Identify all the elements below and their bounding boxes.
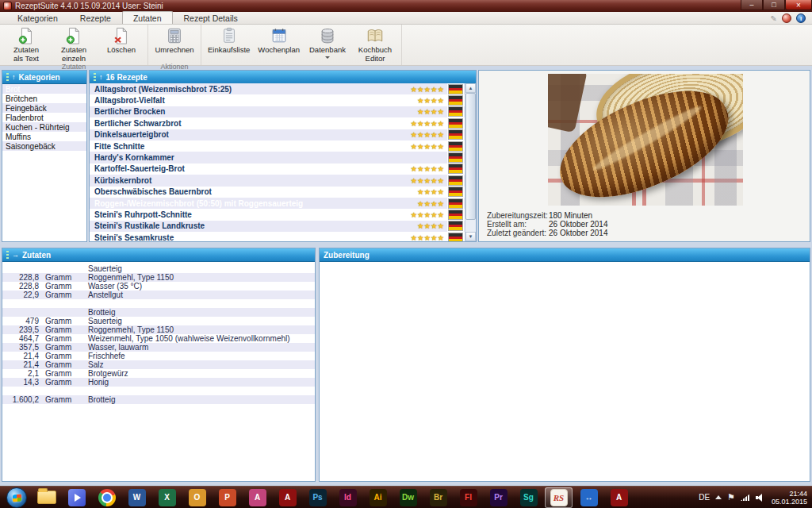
taskbar-rezeptsuite-icon[interactable]: RS	[545, 487, 573, 508]
zutaten-als-text-button[interactable]: Zutaten als Text	[2, 26, 50, 63]
detail-row: Zubereitungszeit: 180 Minuten	[487, 211, 608, 220]
taskbar-media-player-icon[interactable]	[63, 487, 90, 508]
taskbar-start-button[interactable]	[2, 487, 30, 508]
taskbar-excel-icon[interactable]: X	[153, 487, 181, 508]
categories-header[interactable]: ↑ Kategorien	[2, 71, 86, 84]
category-item[interactable]: Kuchen - Rührteig	[2, 122, 86, 132]
Roggen-/Weizenmischbrot (50:50) mit Roggensauerteig[interactable]: Roggen-/Weizenmischbrot (50:50) mit Rogg…	[90, 198, 465, 209]
tab-rezepte[interactable]: Rezepte	[69, 11, 122, 24]
taskbar-teamviewer-icon[interactable]: ↔	[575, 487, 603, 508]
volume-icon[interactable]	[756, 493, 766, 502]
Kürbiskernbrot[interactable]: Kürbiskernbrot ★★★★★	[90, 175, 465, 186]
Wasser, lauwarm[interactable]: 357,5 Gramm Wasser, lauwarm	[2, 343, 315, 352]
taskbar-clock[interactable]: 21:44 05.01.2015	[772, 490, 807, 506]
Sauerteig[interactable]: Sauerteig	[2, 264, 315, 273]
Anstellgut[interactable]: 22,9 Gramm Anstellgut	[2, 291, 315, 299]
info-icon[interactable]	[796, 13, 806, 23]
category-item[interactable]: Feingebäck	[2, 103, 86, 113]
Fitte Schnitte[interactable]: Fitte Schnitte ★★★★★	[90, 140, 465, 152]
Bertlicher Schwarzbrot[interactable]: Bertlicher Schwarzbrot ★★★★★	[90, 117, 465, 129]
ingredients-header[interactable]: → Zutaten	[2, 248, 315, 262]
Alltagsbrot (Weizenmischbrot 75:25)[interactable]: Alltagsbrot (Weizenmischbrot 75:25) ★★★★…	[90, 83, 465, 94]
style-icon[interactable]	[782, 13, 791, 23]
taskbar-explorer-icon[interactable]	[33, 487, 60, 508]
show-hidden-icons[interactable]	[715, 492, 722, 499]
Steini's Rustikale Landkruste[interactable]: Steini's Rustikale Landkruste ★★★★	[90, 221, 465, 232]
dropdown-arrow-icon	[325, 56, 330, 61]
taskbar-photoshop-icon[interactable]: Ps	[304, 487, 331, 508]
tab-kategorien[interactable]: Kategorien	[6, 11, 69, 24]
category-item[interactable]: Muffins	[2, 132, 86, 141]
zutaten-einzeln-button[interactable]: Zutaten einzeln	[50, 26, 98, 63]
recipes-scrollbar[interactable]: ▲ ▼	[465, 83, 476, 241]
ingredients-list: Sauerteig 228,8 Gramm Roggenmehl, Type 1…	[2, 262, 315, 404]
scroll-up-icon[interactable]: ▲	[465, 83, 476, 93]
taskbar-items: W X O P A A Ps Id Ai Dw Br Fl	[2, 487, 633, 508]
minimize-button[interactable]: –	[741, 0, 763, 10]
category-item[interactable]: Brot	[2, 84, 86, 94]
taskbar-flash-icon[interactable]: Fl	[454, 487, 482, 508]
maximize-button[interactable]: □	[763, 0, 785, 10]
Steini's Sesamkruste[interactable]: Steini's Sesamkruste ★★★★★	[90, 232, 465, 242]
taskbar-dreamweaver-icon[interactable]: Dw	[394, 487, 422, 508]
taskbar-word-icon[interactable]: W	[123, 487, 151, 508]
Frischhefe[interactable]: 21,4 Gramm Frischhefe	[2, 352, 315, 360]
preparation-line	[325, 318, 803, 329]
Hardy's Kornkammer[interactable]: Hardy's Kornkammer	[90, 152, 465, 163]
taskbar-speedgrade-icon[interactable]: Sg	[515, 487, 542, 508]
taskbar-outlook-icon[interactable]: O	[183, 487, 211, 508]
wochenplan-button[interactable]: Wochenplan	[254, 26, 304, 63]
Dinkelsauerteigbrot[interactable]: Dinkelsauerteigbrot ★★★★★	[90, 129, 465, 140]
rating-stars: ★★★★★	[410, 119, 444, 128]
taskbar-powerpoint-icon[interactable]: P	[213, 487, 241, 508]
category-item[interactable]: Brötchen	[2, 94, 86, 103]
Roggenmehl, Type 1150[interactable]: 239,5 Gramm Roggenmehl, Type 1150	[2, 325, 315, 334]
Brotteig[interactable]: Brotteig	[2, 308, 315, 317]
category-item[interactable]: Fladenbrot	[2, 113, 86, 122]
taskbar-acrobat-icon[interactable]: A	[274, 487, 301, 508]
language-indicator[interactable]: DE	[699, 493, 710, 502]
Wasser (35 °C)[interactable]: 228,8 Gramm Wasser (35 °C)	[2, 282, 315, 291]
tab-zutaten[interactable]: Zutaten	[122, 11, 173, 24]
sort-up-icon: ↑	[99, 73, 103, 81]
Brotteig[interactable]: 1.600,2 Gramm Brotteig	[2, 395, 315, 404]
taskbar-chrome-icon[interactable]	[93, 487, 121, 508]
Kartoffel-Sauerteig-Brot[interactable]: Kartoffel-Sauerteig-Brot ★★★★★	[90, 164, 465, 175]
tab-rezept-details[interactable]: Rezept Details	[173, 11, 249, 24]
kochbuch-editor-button[interactable]: Kochbuch Editor	[351, 26, 399, 63]
recipes-header[interactable]: ↑ 16 Rezepte	[90, 71, 476, 84]
einkaufsliste-button[interactable]: Einkaufsliste	[204, 26, 254, 63]
Bertlicher Brocken[interactable]: Bertlicher Brocken ★★★★	[90, 106, 465, 117]
umrechnen-button[interactable]: Umrechnen	[151, 26, 198, 63]
category-item[interactable]: Saisongebäck	[2, 141, 86, 151]
Brotgewürz[interactable]: 2,1 Gramm Brotgewürz	[2, 369, 315, 378]
Honig[interactable]: 14,3 Gramm Honig	[2, 378, 315, 387]
scrollbar-thumb[interactable]	[465, 93, 476, 220]
taskbar-bridge-icon[interactable]: Br	[424, 487, 452, 508]
taskbar-autocad-icon[interactable]: A	[605, 487, 633, 508]
Oberschwäbisches Bauernbrot[interactable]: Oberschwäbisches Bauernbrot ★★★★	[90, 187, 465, 198]
taskbar-illustrator-icon[interactable]: Ai	[364, 487, 392, 508]
taskbar-indesign-icon[interactable]: Id	[334, 487, 362, 508]
datenbank-button[interactable]: Datenbank	[304, 26, 351, 70]
loeschen-button[interactable]: Löschen	[98, 26, 145, 63]
rating-stars: ★★★★★	[410, 210, 444, 219]
action-center-flag-icon[interactable]: ⚑	[727, 492, 735, 502]
Steini's Ruhrpott-Schnitte[interactable]: Steini's Ruhrpott-Schnitte ★★★★★	[90, 209, 465, 220]
Roggenmehl, Type 1150[interactable]: 228,8 Gramm Roggenmehl, Type 1150	[2, 273, 315, 282]
ingredient-row[interactable]	[2, 299, 315, 308]
close-button[interactable]: ×	[785, 0, 812, 10]
preparation-line	[325, 398, 803, 409]
preparation-header[interactable]: Zubereitung	[320, 248, 810, 262]
taskbar-premiere-icon[interactable]: Pr	[485, 487, 512, 508]
network-icon[interactable]	[741, 494, 750, 501]
taskbar-access-icon[interactable]: A	[243, 487, 271, 508]
edit-icon[interactable]: ✎	[771, 14, 777, 23]
Alltagsbrot-Vielfalt[interactable]: Alltagsbrot-Vielfalt ★★★★	[90, 94, 465, 106]
scroll-down-icon[interactable]: ▼	[465, 232, 476, 241]
Salz[interactable]: 21,4 Gramm Salz	[2, 360, 315, 369]
ingredient-row[interactable]	[2, 387, 315, 395]
Weizenmehl, Type 1050 (wahlweise Weizenvollkornmehl)[interactable]: 464,7 Gramm Weizenmehl, Type 1050 (wahlw…	[2, 334, 315, 343]
Sauerteig[interactable]: 479 Gramm Sauerteig	[2, 317, 315, 325]
preparation-text[interactable]	[320, 262, 810, 408]
